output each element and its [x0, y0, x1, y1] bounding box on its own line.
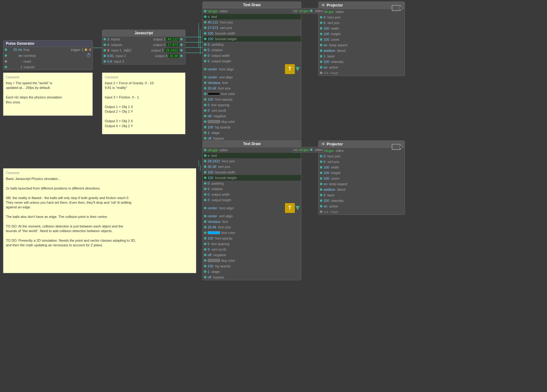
td2-row-rotation[interactable]: 0 rotation	[203, 186, 301, 192]
td2-font-label: font	[222, 220, 300, 223]
proj1-row-width[interactable]: 100 width	[319, 26, 405, 31]
proj2-row-stage[interactable]: n/a stage	[319, 209, 405, 215]
td2-row-text[interactable]: o text	[203, 153, 301, 158]
js-row-input2[interactable]: 9.81 input 2 output 4 30.38	[102, 53, 185, 59]
td1-row-padding[interactable]: 0 padding	[203, 42, 301, 47]
proj2-row-layer[interactable]: 0 layer	[319, 192, 405, 198]
td1-row-vertscroll[interactable]: 0 vert scroll	[203, 108, 301, 113]
proj2-row-intensity[interactable]: 100 intensity	[319, 198, 405, 203]
output1-label: output 1	[153, 37, 166, 41]
inputs-count: 3	[107, 37, 109, 41]
td2-row-linespacing[interactable]: 0 line spacing	[203, 241, 301, 247]
td2-row-fontopacity[interactable]: 100 font opacity	[203, 236, 301, 241]
td1-row-negative[interactable]: off negative	[203, 113, 301, 119]
td1-row-fontopacity[interactable]: 100 font opacity	[203, 97, 301, 102]
td1-row-bkgcolor[interactable]: bkg color	[203, 119, 301, 124]
proj1-row-horzpos[interactable]: 0 horz pos	[319, 15, 405, 20]
output2-label: output 2	[153, 43, 166, 47]
td2-row-horzpos[interactable]: 29.2422 horz pos	[203, 158, 301, 164]
proj1-row-keepaspect[interactable]: on keep aspect	[319, 42, 405, 48]
td2-row-stage[interactable]: 1 stage	[203, 269, 301, 274]
pulse-gen-row-reset[interactable]: - reset	[3, 59, 92, 64]
proj1-row-blend[interactable]: additive blend	[319, 48, 405, 53]
proj2-row-video[interactable]: vid-gpu video	[319, 148, 405, 153]
td1-dot-linespacing	[204, 104, 206, 106]
td2-row-fontsize[interactable]: 20.48 font size	[203, 224, 301, 230]
td2-row-outputheight[interactable]: 0 output height	[203, 197, 301, 203]
td1-row-text[interactable]: o text	[203, 14, 301, 19]
td2-row-font[interactable]: Verdana font	[203, 219, 301, 224]
td2-row-padding[interactable]: 0 padding	[203, 181, 301, 186]
td2-row-vertpos[interactable]: 30.38 vert pos	[203, 164, 301, 169]
proj1-row-layer[interactable]: 1 layer	[319, 53, 405, 59]
proj2-input-connector: vid-gpu video	[297, 147, 324, 152]
proj2-intensity-value: 100	[324, 199, 329, 202]
text-draw-1-title: Text Draw	[203, 2, 301, 8]
td2-row-fontcolor[interactable]: font color	[203, 230, 301, 236]
proj2-row-blend[interactable]: additive blend	[319, 187, 405, 192]
td1-row-boundsheight[interactable]: 100 bounds height	[203, 36, 301, 42]
td2-row-bypass[interactable]: off bypass	[203, 274, 301, 280]
output4-value: 30.38	[168, 54, 179, 58]
proj1-row-height[interactable]: 100 height	[319, 31, 405, 37]
proj1-row-stage[interactable]: n/a stage	[319, 70, 405, 76]
td1-row-outputwidth[interactable]: 0 output width	[203, 53, 301, 58]
td2-row-bkgcolor[interactable]: bkg color	[203, 258, 301, 263]
pulse-gen-row-freq[interactable]: 25 Hz freq trigger 1 X	[3, 47, 92, 52]
td2-dot-video	[204, 149, 206, 151]
td2-row-boundswidth[interactable]: 100 bounds width	[203, 169, 301, 175]
td1-row-vertalign[interactable]: center vert align	[203, 74, 301, 80]
td2-row-boundsheight[interactable]: 100 bounds height	[203, 175, 301, 181]
td1-row-rotation[interactable]: 0 rotation	[203, 47, 301, 53]
td1-row-fontsize[interactable]: 20.48 font size	[203, 85, 301, 91]
td1-row-stage[interactable]: 1 stage	[203, 130, 301, 136]
td2-horzalign-value: center	[208, 206, 217, 210]
proj1-row-zoom[interactable]: 100 zoom	[319, 37, 405, 42]
td2-row-horzalign[interactable]: center horz align T	[203, 203, 301, 213]
td1-row-horzpos[interactable]: 40.112 horz pos	[203, 19, 301, 25]
td2-row-outputwidth[interactable]: 0 output width	[203, 192, 301, 197]
proj1-dot-intensity	[320, 60, 322, 63]
proj1-keepaspect-value: on	[324, 43, 327, 47]
td1-row-horzalign[interactable]: center horz align T	[203, 64, 301, 74]
pulse-gen-row-runstop[interactable]: on run/stop ⏱	[3, 52, 92, 59]
td2-pen-icon	[295, 206, 300, 210]
proj2-row-height[interactable]: 100 height	[319, 170, 405, 176]
proj1-dot-horzpos	[320, 16, 322, 19]
td1-row-vertpos[interactable]: 27.873 vert pos	[203, 25, 301, 31]
td1-row-boundswidth[interactable]: 100 bounds width	[203, 31, 301, 36]
td1-row-linespacing[interactable]: 0 line spacing	[203, 102, 301, 108]
td2-row-vertscroll[interactable]: 0 vert scroll	[203, 247, 301, 252]
proj2-row-active[interactable]: on active	[319, 203, 405, 209]
proj1-row-active[interactable]: on active	[319, 65, 405, 70]
pulse-gen-row-outputs[interactable]: 1 outputs	[3, 64, 92, 70]
proj2-row-vertpos[interactable]: 0 vert pos	[319, 159, 405, 165]
proj1-row-intensity[interactable]: 100 intensity	[319, 59, 405, 65]
td1-linespacing-value: 0	[208, 103, 210, 107]
td1-rotation-value: 0	[208, 48, 210, 52]
td1-row-font[interactable]: Verdana font	[203, 80, 301, 85]
td1-row-bgopacity[interactable]: 100 bg opacity	[203, 124, 301, 130]
td1-row-fontcolor[interactable]: font color	[203, 91, 301, 97]
proj2-row-horzpos[interactable]: 0 horz pos	[319, 153, 405, 159]
td2-row-video[interactable]: vid-gpu video	[203, 147, 301, 153]
js-row-outputs[interactable]: 4 outputs output 2 27.873	[102, 42, 185, 48]
td1-row-outputheight[interactable]: 0 output height	[203, 58, 301, 64]
js-row-inputs[interactable]: 3 inputs output 1 40.112	[102, 36, 185, 42]
proj1-stage-value: n/a	[324, 71, 328, 75]
proj1-row-vertpos[interactable]: 0 vert pos	[319, 20, 405, 26]
js-row-input1[interactable]: X input 1 ABC output 3 29.2422	[102, 48, 185, 53]
proj2-row-width[interactable]: 100 width	[319, 165, 405, 170]
js-row-input3[interactable]: 0.8 input 3	[102, 59, 185, 64]
td2-row-bgopacity[interactable]: 100 bg opacity	[203, 263, 301, 269]
td1-font-label: font	[222, 81, 300, 85]
proj2-row-zoom[interactable]: 100 zoom	[319, 176, 405, 181]
td2-row-negative[interactable]: off negative	[203, 252, 301, 258]
td1-row-video[interactable]: vid-gpu video	[203, 8, 301, 14]
td2-negative-value: off	[208, 253, 211, 257]
proj2-row-keepaspect[interactable]: on keep aspect	[319, 181, 405, 187]
td2-row-vertalign[interactable]: center vert align	[203, 213, 301, 219]
proj1-row-video[interactable]: vid-gpu video	[319, 9, 405, 15]
td2-dot-rotation	[204, 188, 206, 190]
output3-label: output 3	[151, 48, 163, 52]
